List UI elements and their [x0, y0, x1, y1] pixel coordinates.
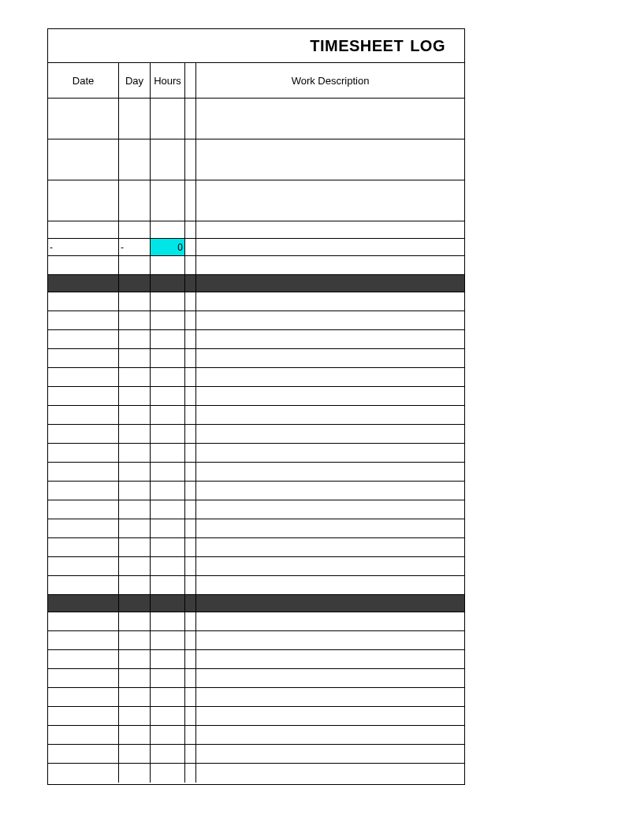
cell-desc[interactable]: [196, 631, 464, 649]
cell-hours[interactable]: [151, 726, 185, 744]
cell-day[interactable]: [119, 519, 151, 537]
cell-desc[interactable]: [196, 557, 464, 575]
cell-hours[interactable]: [151, 221, 185, 238]
cell-desc[interactable]: [196, 688, 464, 706]
cell-day[interactable]: [119, 688, 151, 706]
cell-date[interactable]: [48, 292, 119, 311]
cell-desc[interactable]: [196, 463, 464, 481]
cell-hours[interactable]: [151, 256, 185, 274]
cell-day[interactable]: [119, 482, 151, 500]
cell-desc[interactable]: [196, 139, 464, 180]
cell-date[interactable]: [48, 576, 119, 594]
cell-hours[interactable]: [151, 707, 185, 725]
cell-date[interactable]: [48, 519, 119, 537]
cell-desc[interactable]: [196, 538, 464, 556]
cell-day[interactable]: [119, 557, 151, 575]
cell-day[interactable]: [119, 99, 151, 139]
cell-date[interactable]: [48, 406, 119, 424]
cell-day[interactable]: [119, 726, 151, 744]
cell-day[interactable]: [119, 311, 151, 329]
cell-hours[interactable]: [151, 311, 185, 329]
cell-date[interactable]: [48, 650, 119, 668]
cell-hours[interactable]: [151, 425, 185, 443]
cell-hours[interactable]: [151, 538, 185, 556]
cell-date[interactable]: [48, 180, 119, 221]
cell-date[interactable]: [48, 330, 119, 348]
cell-desc[interactable]: [196, 275, 464, 292]
cell-date[interactable]: [48, 595, 119, 612]
cell-desc[interactable]: [196, 500, 464, 519]
cell-day[interactable]: [119, 595, 151, 612]
cell-date[interactable]: [48, 139, 119, 180]
cell-hours[interactable]: [151, 631, 185, 649]
cell-desc[interactable]: [196, 180, 464, 221]
cell-day[interactable]: [119, 221, 151, 238]
cell-desc[interactable]: [196, 99, 464, 139]
cell-date[interactable]: [48, 99, 119, 139]
cell-day[interactable]: [119, 500, 151, 519]
cell-hours[interactable]: [151, 444, 185, 462]
cell-date[interactable]: [48, 612, 119, 630]
cell-hours[interactable]: [151, 349, 185, 367]
cell-day[interactable]: [119, 745, 151, 763]
cell-desc[interactable]: [196, 576, 464, 594]
cell-desc[interactable]: [196, 707, 464, 725]
cell-day[interactable]: [119, 256, 151, 274]
cell-day[interactable]: [119, 425, 151, 443]
cell-desc[interactable]: [196, 387, 464, 405]
cell-desc[interactable]: [196, 595, 464, 612]
cell-day[interactable]: [119, 764, 151, 783]
cell-day[interactable]: [119, 669, 151, 687]
cell-day[interactable]: [119, 387, 151, 405]
cell-day[interactable]: [119, 406, 151, 424]
cell-date[interactable]: [48, 256, 119, 274]
cell-hours[interactable]: [151, 688, 185, 706]
cell-hours[interactable]: [151, 650, 185, 668]
cell-hours[interactable]: [151, 519, 185, 537]
cell-desc[interactable]: [196, 612, 464, 630]
cell-hours[interactable]: [151, 500, 185, 519]
cell-desc[interactable]: [196, 406, 464, 424]
cell-hours[interactable]: [151, 406, 185, 424]
cell-desc[interactable]: [196, 292, 464, 311]
cell-desc[interactable]: [196, 256, 464, 274]
cell-hours[interactable]: [151, 139, 185, 180]
cell-day[interactable]: [119, 631, 151, 649]
cell-desc[interactable]: [196, 519, 464, 537]
cell-day[interactable]: [119, 368, 151, 386]
cell-desc[interactable]: [196, 239, 464, 255]
cell-date[interactable]: [48, 669, 119, 687]
cell-date[interactable]: [48, 745, 119, 763]
cell-desc[interactable]: [196, 650, 464, 668]
cell-day[interactable]: [119, 576, 151, 594]
cell-day[interactable]: [119, 650, 151, 668]
cell-day[interactable]: [119, 275, 151, 292]
cell-desc[interactable]: [196, 349, 464, 367]
cell-hours[interactable]: [151, 99, 185, 139]
cell-hours[interactable]: [151, 595, 185, 612]
cell-hours[interactable]: [151, 387, 185, 405]
cell-date[interactable]: [48, 707, 119, 725]
cell-desc[interactable]: [196, 311, 464, 329]
cell-desc[interactable]: [196, 764, 464, 783]
cell-date[interactable]: [48, 444, 119, 462]
cell-day[interactable]: [119, 538, 151, 556]
cell-hours[interactable]: [151, 463, 185, 481]
cell-desc[interactable]: [196, 368, 464, 386]
cell-desc[interactable]: [196, 221, 464, 238]
cell-hours[interactable]: [151, 557, 185, 575]
cell-date[interactable]: [48, 425, 119, 443]
cell-day[interactable]: [119, 292, 151, 311]
cell-hours[interactable]: [151, 764, 185, 783]
cell-date[interactable]: -: [48, 239, 119, 255]
cell-day[interactable]: [119, 330, 151, 348]
cell-hours[interactable]: [151, 368, 185, 386]
cell-hours[interactable]: [151, 612, 185, 630]
cell-date[interactable]: [48, 631, 119, 649]
cell-date[interactable]: [48, 368, 119, 386]
cell-date[interactable]: [48, 688, 119, 706]
cell-desc[interactable]: [196, 745, 464, 763]
cell-date[interactable]: [48, 275, 119, 292]
cell-desc[interactable]: [196, 330, 464, 348]
cell-desc[interactable]: [196, 444, 464, 462]
